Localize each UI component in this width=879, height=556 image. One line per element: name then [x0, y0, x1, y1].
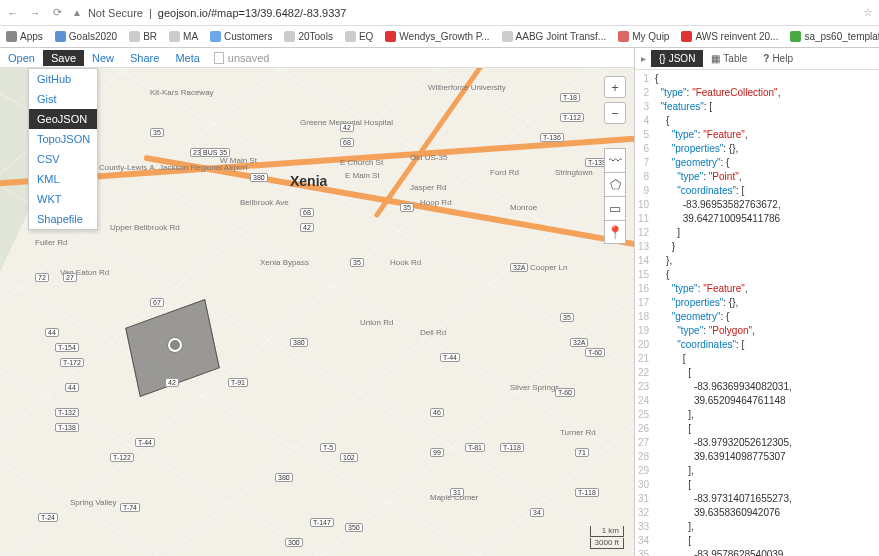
code-line[interactable]: 11 39.642710095411786 [635, 212, 879, 226]
bookmark-item[interactable]: AABG Joint Transf... [502, 31, 607, 42]
save-option[interactable]: KML [29, 169, 97, 189]
code-line[interactable]: 35 -83.9578628540039, [635, 548, 879, 556]
drawn-point-marker[interactable] [168, 338, 182, 352]
forward-icon[interactable]: → [28, 7, 42, 19]
code-line[interactable]: 6 "properties": {}, [635, 142, 879, 156]
bookmark-star-icon[interactable]: ☆ [863, 6, 873, 19]
route-shield: T-81 [465, 443, 485, 452]
map-place-label: Kit-Kars Raceway [150, 88, 214, 97]
code-line[interactable]: 5 "type": "Feature", [635, 128, 879, 142]
code-line[interactable]: 4 { [635, 114, 879, 128]
save-option[interactable]: CSV [29, 149, 97, 169]
code-line[interactable]: 18 "geometry": { [635, 310, 879, 324]
code-line[interactable]: 25 ], [635, 408, 879, 422]
code-line[interactable]: 9 "coordinates": [ [635, 184, 879, 198]
save-option[interactable]: GitHub [29, 69, 97, 89]
zoom-in-button[interactable]: + [604, 76, 626, 98]
code-line[interactable]: 31 -83.97314071655273, [635, 492, 879, 506]
code-line[interactable]: 32 39.6358360942076 [635, 506, 879, 520]
route-shield: 72 [35, 273, 49, 282]
save-option[interactable]: WKT [29, 189, 97, 209]
code-line[interactable]: 2 "type": "FeatureCollection", [635, 86, 879, 100]
code-line[interactable]: 7 "geometry": { [635, 156, 879, 170]
code-line[interactable]: 26 [ [635, 422, 879, 436]
code-line[interactable]: 10 -83.96953582763672, [635, 198, 879, 212]
menu-share[interactable]: Share [122, 50, 167, 66]
code-line[interactable]: 16 "type": "Feature", [635, 282, 879, 296]
save-option[interactable]: Gist [29, 89, 97, 109]
bookmark-item[interactable]: 20Tools [284, 31, 332, 42]
code-line[interactable]: 1{ [635, 72, 879, 86]
route-shield: 380 [275, 473, 293, 482]
bookmark-item[interactable]: MA [169, 31, 198, 42]
route-shield: T-147 [310, 518, 334, 527]
code-line[interactable]: 22 [ [635, 366, 879, 380]
code-line[interactable]: 28 39.63914098775307 [635, 450, 879, 464]
bookmark-item[interactable]: Goals2020 [55, 31, 117, 42]
menu-meta[interactable]: Meta [167, 50, 207, 66]
code-line[interactable]: 30 [ [635, 478, 879, 492]
bookmark-item[interactable]: Apps [6, 31, 43, 42]
route-shield: T-18 [560, 93, 580, 102]
route-shield: 32A [510, 263, 528, 272]
save-option[interactable]: TopoJSON [29, 129, 97, 149]
draw-line-button[interactable]: 〰 [604, 148, 626, 172]
code-line[interactable]: 20 "coordinates": [ [635, 338, 879, 352]
code-line[interactable]: 17 "properties": {}, [635, 296, 879, 310]
bookmark-item[interactable]: sa_ps60_template... [790, 31, 879, 42]
code-line[interactable]: 15 { [635, 268, 879, 282]
back-icon[interactable]: ← [6, 7, 20, 19]
tab-json[interactable]: {}JSON [651, 50, 703, 67]
favicon-icon [6, 31, 17, 42]
code-line[interactable]: 8 "type": "Point", [635, 170, 879, 184]
code-line[interactable]: 21 [ [635, 352, 879, 366]
route-shield: 32A [570, 338, 588, 347]
map-place-label: Monroe [510, 203, 537, 212]
code-line[interactable]: 33 ], [635, 520, 879, 534]
favicon-icon [618, 31, 629, 42]
menu-new[interactable]: New [84, 50, 122, 66]
tab-table[interactable]: ▦Table [703, 50, 755, 67]
code-line[interactable]: 13 } [635, 240, 879, 254]
address-bar[interactable]: ▲ Not Secure | geojson.io/#map=13/39.648… [72, 7, 855, 19]
menu-open[interactable]: Open [0, 50, 43, 66]
bookmark-item[interactable]: BR [129, 31, 157, 42]
map-place-label: Fuller Rd [35, 238, 67, 247]
bookmark-item[interactable]: AWS reinvent 20... [681, 31, 778, 42]
route-shield: 35 [150, 128, 164, 137]
code-line[interactable]: 19 "type": "Polygon", [635, 324, 879, 338]
route-shield: 67 [150, 298, 164, 307]
url-text: geojson.io/#map=13/39.6482/-83.9337 [158, 7, 347, 19]
reload-icon[interactable]: ⟳ [50, 6, 64, 19]
map-scale: 1 km 3000 ft [590, 526, 624, 550]
map-place-label: Cooper Ln [530, 263, 567, 272]
draw-polygon-button[interactable]: ⬠ [604, 172, 626, 196]
code-line[interactable]: 29 ], [635, 464, 879, 478]
tab-help[interactable]: ?Help [755, 50, 801, 67]
bookmark-item[interactable]: Wendys_Growth P... [385, 31, 489, 42]
save-option[interactable]: Shapefile [29, 209, 97, 229]
bookmark-item[interactable]: EQ [345, 31, 373, 42]
collapse-arrow-icon[interactable]: ▸ [635, 53, 651, 64]
code-line[interactable]: 23 -83.96369934082031, [635, 380, 879, 394]
code-line[interactable]: 14 }, [635, 254, 879, 268]
save-dropdown[interactable]: GitHubGistGeoJSONTopoJSONCSVKMLWKTShapef… [28, 68, 98, 230]
menu-save[interactable]: Save [43, 50, 84, 66]
bookmark-item[interactable]: My Quip [618, 31, 669, 42]
route-shield: T-118 [575, 488, 599, 497]
code-line[interactable]: 3 "features": [ [635, 100, 879, 114]
route-shield: 300 [285, 538, 303, 547]
code-editor[interactable]: 1{2 "type": "FeatureCollection",3 "featu… [635, 70, 879, 556]
zoom-out-button[interactable]: − [604, 102, 626, 124]
code-line[interactable]: 27 -83.97932052612305, [635, 436, 879, 450]
draw-rectangle-button[interactable]: ▭ [604, 196, 626, 220]
save-option[interactable]: GeoJSON [29, 109, 97, 129]
map-place-label: Dell Rd [420, 328, 446, 337]
code-line[interactable]: 12 ] [635, 226, 879, 240]
bookmark-item[interactable]: Customers [210, 31, 272, 42]
draw-marker-button[interactable]: 📍 [604, 220, 626, 244]
map-pane[interactable]: Open Save New Share Meta unsaved GitHubG… [0, 48, 634, 556]
code-line[interactable]: 24 39.65209464761148 [635, 394, 879, 408]
code-line[interactable]: 34 [ [635, 534, 879, 548]
route-shield: T-24 [38, 513, 58, 522]
